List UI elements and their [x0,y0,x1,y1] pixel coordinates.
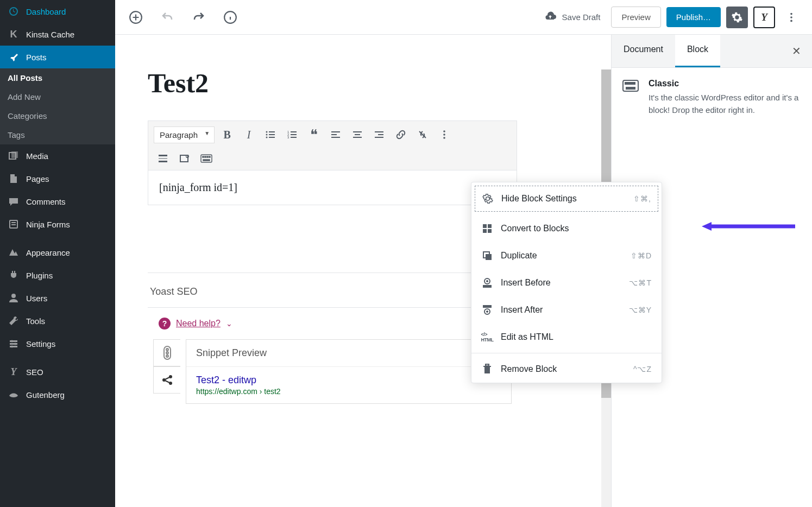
publish-button[interactable]: Publish… [666,7,721,27]
dropdown-edit-as-html[interactable]: </>HTML Edit as HTML [471,324,662,351]
svg-point-14 [790,12,792,15]
tab-document[interactable]: Document [612,35,675,67]
sidebar-item-posts[interactable]: Posts [0,46,115,68]
svg-point-9 [11,340,13,343]
gutenberg-icon [8,389,20,401]
add-block-button[interactable] [125,7,147,28]
sidebar-item-dashboard[interactable]: Dashboard [0,0,115,23]
close-settings-button[interactable]: ✕ [781,35,812,67]
align-right-button[interactable] [370,125,388,144]
gear-icon [482,193,494,205]
cloud-icon [544,11,557,24]
link-button[interactable] [392,125,410,144]
bullet-list-button[interactable] [261,125,280,144]
sidebar-item-comments[interactable]: Comments [0,190,115,213]
align-left-button[interactable] [326,125,345,144]
html-icon: </>HTML [481,331,493,343]
preview-button[interactable]: Preview [611,7,660,28]
sidebar-item-kinsta[interactable]: K Kinsta Cache [0,23,115,46]
sidebar-label: Tools [26,316,45,326]
add-media-button[interactable] [175,149,194,168]
tab-block[interactable]: Block [675,35,720,67]
settings-icon [8,338,20,350]
svg-rect-4 [11,224,16,225]
svg-point-38 [443,130,445,132]
snippet-tab-readability[interactable] [153,339,180,366]
snippet-tab-social[interactable] [153,366,180,394]
help-icon[interactable]: ? [159,318,171,329]
redo-button[interactable] [188,7,210,28]
svg-rect-24 [291,131,297,132]
appearance-icon [8,246,20,258]
svg-rect-31 [331,137,340,138]
svg-rect-41 [159,155,167,156]
dropdown-convert-to-blocks[interactable]: Convert to Blocks [471,215,662,242]
dashboard-icon [8,5,20,17]
dropdown-hide-block-settings[interactable]: Hide Block Settings ⇧⌘, [475,186,658,212]
post-title[interactable]: Test2 [148,67,517,99]
svg-point-55 [166,348,168,351]
svg-rect-1 [11,151,18,158]
chevron-down-icon[interactable]: ⌄ [226,319,232,328]
svg-rect-20 [269,134,275,135]
readmore-button[interactable] [154,149,172,168]
sidebar-label: Users [26,294,47,303]
block-inserter-row: T [148,205,517,240]
bold-button[interactable]: B [218,125,236,144]
block-info-panel: Classic It's the classic WordPress edito… [612,68,812,127]
sidebar-item-tools[interactable]: Tools [0,309,115,332]
keyboard-button[interactable] [197,149,216,168]
format-select[interactable]: Paragraph [154,126,215,143]
numbered-list-button[interactable]: 123 [283,125,301,144]
snippet-preview-header[interactable]: Snippet Preview ▲ [186,340,511,366]
dropdown-duplicate[interactable]: Duplicate ⇧⌘D [471,242,662,269]
classic-toolbar: Paragraph B I 123 ❝ [148,121,517,170]
sidebar-item-users[interactable]: Users [0,287,115,309]
svg-rect-18 [269,131,275,132]
sidebar-item-settings[interactable]: Settings [0,332,115,355]
sidebar-label: Comments [26,197,66,206]
need-help-link[interactable]: Need help? [176,319,221,328]
more-menu-button[interactable] [780,7,802,28]
settings-tabs: Document Block ✕ [612,35,812,68]
unlink-button[interactable] [413,125,432,144]
italic-button[interactable]: I [240,125,258,144]
sidebar-sub-tags[interactable]: Tags [0,125,115,144]
undo-button[interactable] [156,7,178,28]
sidebar-sub-add-new[interactable]: Add New [0,87,115,106]
editor-main: Save Draft Preview Publish… Y Test2 Para… [115,0,812,507]
block-name: Classic [649,79,801,88]
settings-toggle-button[interactable] [726,7,748,28]
dropdown-remove-block[interactable]: Remove Block ^⌥Z [471,356,662,383]
info-button[interactable] [219,7,241,28]
svg-rect-32 [353,131,362,132]
sidebar-item-plugins[interactable]: Plugins [0,264,115,287]
yoast-toggle-button[interactable]: Y [753,7,775,28]
svg-point-56 [166,352,168,354]
dropdown-insert-before[interactable]: Insert Before ⌥⌘T [471,269,662,296]
sidebar-item-pages[interactable]: Pages [0,167,115,190]
sidebar-item-appearance[interactable]: Appearance [0,241,115,264]
svg-point-57 [166,355,168,357]
align-center-button[interactable] [348,125,367,144]
svg-rect-63 [628,83,630,84]
editor-topbar: Save Draft Preview Publish… Y [115,0,812,35]
sidebar-item-seo[interactable]: Y SEO [0,360,115,383]
sidebar-label: Plugins [26,271,53,280]
svg-rect-78 [484,367,490,373]
sidebar-sub-all-posts[interactable]: All Posts [0,68,115,87]
sidebar-sub-categories[interactable]: Categories [0,106,115,125]
sidebar-item-gutenberg[interactable]: Gutenberg [0,383,115,406]
save-draft-button[interactable]: Save Draft [538,11,606,24]
trash-icon [481,363,493,375]
block-more-button[interactable] [435,125,454,144]
dropdown-insert-after[interactable]: Insert After ⌥⌘Y [471,296,662,324]
classic-editor-textarea[interactable]: [ninja_form id=1] [148,170,517,205]
sidebar-item-media[interactable]: Media [0,144,115,167]
svg-rect-34 [353,137,362,138]
svg-point-40 [443,137,445,139]
users-icon [8,292,20,304]
quote-button[interactable]: ❝ [305,125,323,144]
sidebar-item-ninja-forms[interactable]: Ninja Forms [0,213,115,236]
yoast-seo-panel: Yoast SEO ? Need help? ⌄ ★ Go [148,272,517,404]
